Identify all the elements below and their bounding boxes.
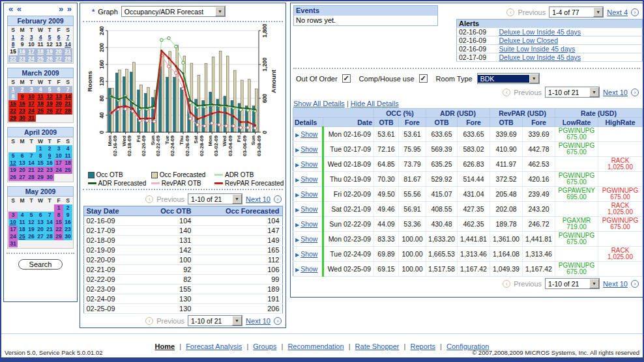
- previous-circle-icon[interactable]: ‹: [145, 317, 153, 325]
- calendar-day[interactable]: 10: [8, 219, 18, 226]
- calendar-day[interactable]: 16: [45, 160, 54, 167]
- calendar-day[interactable]: 12: [45, 93, 54, 100]
- calendar-day[interactable]: 25: [63, 167, 72, 174]
- calendar-day[interactable]: 2: [18, 86, 27, 93]
- calendar-day[interactable]: 9: [18, 93, 27, 100]
- calendar-day[interactable]: 5: [45, 34, 54, 41]
- calendar-day[interactable]: 14: [63, 41, 72, 48]
- calendar-day[interactable]: 9: [18, 41, 27, 48]
- calendar-day[interactable]: 5: [27, 212, 36, 219]
- calendar-day[interactable]: 7: [63, 86, 72, 93]
- calendar-day[interactable]: 11: [36, 41, 45, 48]
- footer-nav-groups[interactable]: Groups: [253, 342, 276, 350]
- calendar-day[interactable]: 21: [63, 48, 72, 55]
- show-all-details-link[interactable]: Show All Details: [293, 100, 345, 107]
- calendar-day[interactable]: 8: [36, 152, 45, 160]
- calendar-day[interactable]: 27: [18, 174, 27, 181]
- calendar-day[interactable]: 29: [8, 115, 18, 122]
- calendar-day[interactable]: 28: [27, 174, 36, 181]
- alert-link[interactable]: Deluxe Low Closed: [499, 36, 558, 44]
- calendar-day[interactable]: 13: [54, 41, 63, 48]
- calendar-day[interactable]: 10: [27, 93, 36, 100]
- calendar-day[interactable]: 3: [27, 86, 36, 93]
- calendar-day[interactable]: 15: [8, 48, 18, 55]
- calendar-day[interactable]: 30: [18, 115, 27, 122]
- show-details-link[interactable]: Show: [300, 145, 317, 153]
- next-circle-icon[interactable]: ›: [631, 8, 639, 16]
- calendar-day[interactable]: 12: [8, 160, 18, 167]
- calendar-day[interactable]: 22: [54, 226, 63, 233]
- calendar-day[interactable]: 12: [27, 219, 36, 226]
- calendar-day[interactable]: 11: [36, 93, 45, 100]
- calendar-day[interactable]: 19: [8, 167, 18, 174]
- calendar-day[interactable]: 1: [54, 204, 63, 212]
- calendar-day[interactable]: 27: [54, 55, 63, 63]
- calendar-day[interactable]: 26: [27, 233, 36, 240]
- calendar-day[interactable]: 11: [63, 152, 72, 160]
- calendar-day[interactable]: 24: [27, 107, 36, 115]
- calendar-day[interactable]: 9: [45, 152, 54, 160]
- calendar-day[interactable]: 30: [63, 233, 72, 240]
- calendar-day[interactable]: 3: [54, 145, 63, 152]
- calendar-day[interactable]: 28: [63, 107, 72, 115]
- alert-link[interactable]: Deluxe Low Inside 45 days: [499, 53, 581, 61]
- calendar-day[interactable]: 22: [8, 107, 18, 115]
- next-link[interactable]: Next 4: [607, 8, 628, 16]
- footer-nav-reports[interactable]: Reports: [410, 342, 435, 350]
- calendar-day[interactable]: 31: [8, 240, 18, 247]
- footer-nav-home[interactable]: Home: [155, 342, 175, 350]
- calendar-day[interactable]: 17: [8, 226, 18, 233]
- calendar-day[interactable]: 30: [45, 174, 54, 181]
- previous-circle-icon[interactable]: ‹: [506, 8, 514, 16]
- calendar-day[interactable]: 2: [18, 34, 27, 41]
- calendar-day[interactable]: 20: [54, 48, 63, 55]
- calendar-day[interactable]: 14: [63, 93, 72, 100]
- calendar-day[interactable]: 16: [18, 48, 27, 55]
- calendar-day[interactable]: 12: [45, 41, 54, 48]
- calendar-day[interactable]: 23: [45, 167, 54, 174]
- calendar-day[interactable]: 8: [54, 212, 63, 219]
- show-details-link[interactable]: Show: [300, 130, 317, 138]
- calendar-day[interactable]: 19: [45, 100, 54, 107]
- calendar-day[interactable]: 23: [18, 107, 27, 115]
- next-circle-icon[interactable]: ›: [631, 89, 639, 96]
- calendar-day[interactable]: 26: [45, 55, 54, 63]
- comp-house-checkbox[interactable]: ✓: [419, 74, 428, 83]
- calendar-day[interactable]: 18: [18, 226, 27, 233]
- calendar-day[interactable]: 14: [27, 160, 36, 167]
- calendar-day[interactable]: 4: [36, 86, 45, 93]
- calendar-day[interactable]: 29: [36, 174, 45, 181]
- calendar-day[interactable]: 20: [36, 226, 45, 233]
- calendar-day[interactable]: 26: [45, 107, 54, 115]
- calendar-day[interactable]: 2: [63, 204, 72, 212]
- show-details-link[interactable]: Show: [300, 265, 317, 273]
- out-of-order-checkbox[interactable]: ✓: [342, 74, 351, 83]
- show-details-link[interactable]: Show: [300, 190, 317, 198]
- calendar-day[interactable]: 5: [45, 86, 54, 93]
- pagination-range-select[interactable]: 1-10 of 21▼: [188, 193, 242, 204]
- calendar-day[interactable]: 18: [63, 160, 72, 167]
- calendar-day[interactable]: 22: [36, 167, 45, 174]
- calendar-day[interactable]: 29: [54, 233, 63, 240]
- calendar-day[interactable]: 24: [27, 55, 36, 63]
- show-details-link[interactable]: Show: [300, 220, 317, 228]
- calendar-day[interactable]: 4: [36, 34, 45, 41]
- show-details-link[interactable]: Show: [300, 175, 317, 183]
- footer-nav-rate-shopper[interactable]: Rate Shopper: [355, 342, 400, 350]
- calendar-day[interactable]: 17: [27, 100, 36, 107]
- calendar-day[interactable]: 17: [27, 48, 36, 55]
- calendar-day[interactable]: 25: [36, 55, 45, 63]
- calendar-day[interactable]: 15: [8, 100, 18, 107]
- calendar-day[interactable]: 1: [8, 86, 18, 93]
- next-link[interactable]: Next 10: [246, 195, 271, 203]
- calendar-day[interactable]: 25: [18, 233, 27, 240]
- calendar-day[interactable]: 23: [18, 55, 27, 63]
- calendar-day[interactable]: 18: [36, 100, 45, 107]
- calendar-day[interactable]: 4: [18, 212, 27, 219]
- calendar-day[interactable]: 3: [27, 34, 36, 41]
- calendar-day[interactable]: 11: [18, 219, 27, 226]
- calendar-day[interactable]: 4: [63, 145, 72, 152]
- next-link[interactable]: Next 10: [246, 317, 271, 325]
- calendar-day[interactable]: 10: [27, 41, 36, 48]
- previous-circle-icon[interactable]: ‹: [503, 89, 510, 96]
